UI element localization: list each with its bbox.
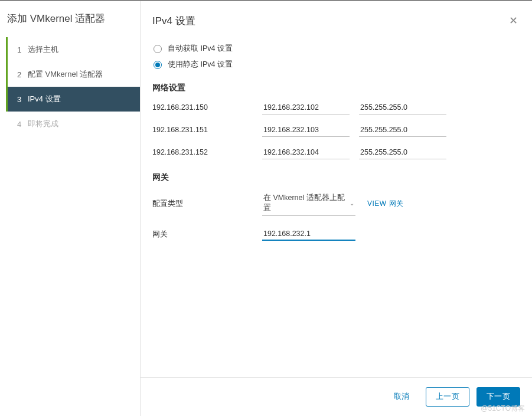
network-settings-heading: 网络设置 — [152, 83, 520, 93]
next-button[interactable]: 下一页 — [476, 387, 520, 407]
wizard-sidebar: 添加 VMkernel 适配器 1 选择主机 2 配置 VMkernel 适配器… — [0, 1, 141, 416]
config-type-row: 配置类型 在 VMkernel 适配器上配置 ⌄ VIEW 网关 — [152, 191, 520, 216]
wizard-steps: 1 选择主机 2 配置 VMkernel 适配器 3 IPv4 设置 4 即将完… — [0, 37, 140, 136]
step-number: 1 — [17, 45, 28, 54]
main-panel: IPv4 设置 ✕ 自动获取 IPv4 设置 使用静态 IPv4 设置 网络设置… — [141, 1, 532, 416]
gateway-input[interactable] — [262, 228, 355, 241]
cancel-button[interactable]: 取消 — [384, 388, 419, 406]
subnet-mask-input[interactable] — [359, 101, 446, 114]
radio-label: 自动获取 IPv4 设置 — [168, 44, 233, 54]
dialog: 添加 VMkernel 适配器 1 选择主机 2 配置 VMkernel 适配器… — [0, 1, 532, 416]
step-configure-adapter[interactable]: 2 配置 VMkernel 适配器 — [6, 62, 140, 87]
dialog-footer: 取消 上一页 下一页 — [141, 377, 532, 416]
radio-icon — [154, 61, 162, 69]
step-label: 选择主机 — [28, 44, 58, 55]
step-select-host[interactable]: 1 选择主机 — [6, 37, 140, 62]
host-label: 192.168.231.150 — [152, 101, 262, 112]
gateway-row: 网关 — [152, 228, 520, 241]
step-number: 2 — [17, 70, 28, 79]
step-label: IPv4 设置 — [28, 94, 61, 104]
radio-label: 使用静态 IPv4 设置 — [168, 60, 233, 70]
page-title: IPv4 设置 — [152, 14, 195, 28]
subnet-mask-input[interactable] — [359, 124, 446, 137]
host-label: 192.168.231.151 — [152, 124, 262, 134]
ip-address-input[interactable] — [262, 101, 350, 114]
select-value: 在 VMkernel 适配器上配置 — [263, 193, 350, 213]
network-row: 192.168.231.151 — [152, 124, 520, 137]
radio-icon — [154, 45, 162, 53]
network-row: 192.168.231.152 — [152, 146, 520, 159]
step-label: 即将完成 — [28, 119, 58, 129]
close-icon[interactable]: ✕ — [507, 12, 520, 30]
step-number: 4 — [17, 120, 28, 129]
gateway-heading: 网关 — [152, 172, 520, 183]
content-area: 自动获取 IPv4 设置 使用静态 IPv4 设置 网络设置 192.168.2… — [141, 39, 532, 377]
config-type-label: 配置类型 — [152, 199, 262, 209]
view-gateway-link[interactable]: VIEW 网关 — [367, 199, 404, 209]
step-number: 3 — [17, 95, 28, 104]
chevron-down-icon: ⌄ — [350, 200, 354, 207]
step-ipv4-settings[interactable]: 3 IPv4 设置 — [6, 87, 140, 112]
ip-address-input[interactable] — [262, 146, 350, 159]
main-header: IPv4 设置 ✕ — [141, 1, 532, 39]
wizard-title: 添加 VMkernel 适配器 — [0, 1, 140, 37]
radio-static-ipv4[interactable]: 使用静态 IPv4 设置 — [152, 60, 520, 70]
network-row: 192.168.231.150 — [152, 101, 520, 114]
host-label: 192.168.231.152 — [152, 146, 262, 156]
back-button[interactable]: 上一页 — [426, 387, 469, 407]
step-ready-to-complete: 4 即将完成 — [6, 112, 140, 136]
radio-auto-ipv4[interactable]: 自动获取 IPv4 设置 — [152, 44, 520, 54]
subnet-mask-input[interactable] — [359, 146, 446, 159]
gateway-label: 网关 — [152, 230, 262, 240]
step-label: 配置 VMkernel 适配器 — [28, 69, 103, 80]
ip-address-input[interactable] — [262, 124, 350, 137]
config-type-select[interactable]: 在 VMkernel 适配器上配置 ⌄ — [262, 191, 355, 216]
